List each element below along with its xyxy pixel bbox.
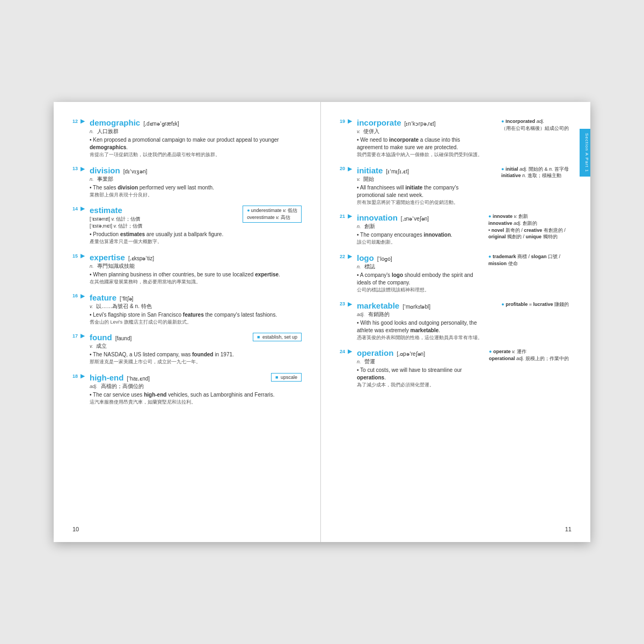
def-innovation: 創新 bbox=[364, 223, 375, 230]
entry-number-19: 19 bbox=[340, 119, 345, 124]
pos-found: v. bbox=[90, 343, 93, 349]
pos-incorporate: v. bbox=[357, 129, 360, 134]
entry-high-end: 18 ▶ high-end [ˈhaɪˌɛnd] adj. 高檔的；高價位的 •… bbox=[72, 373, 302, 406]
example-en-operation: • To cut costs, we will have to streamli… bbox=[357, 367, 486, 382]
def-marketable: 有銷路的 bbox=[368, 311, 390, 318]
entry-number-17: 17 bbox=[72, 333, 78, 339]
example-en-demographic: • Ken proposed a promotional campaign to… bbox=[90, 136, 302, 151]
phonetic-feature: [ˈfitʃə] bbox=[120, 296, 133, 302]
example-en-estimate: • Production estimates are usually just … bbox=[90, 231, 302, 238]
example-en-innovation: • The company encourages innovation. bbox=[357, 231, 486, 239]
def-incorporate: 使併入 bbox=[363, 128, 379, 135]
phonetic-division: [dɪˈvɪʒən] bbox=[123, 169, 148, 174]
arrow-23: ▶ bbox=[348, 301, 352, 307]
entry-number-24: 24 bbox=[340, 349, 345, 354]
example-zh-logo: 公司的標誌該體現該精神和理想。 bbox=[357, 287, 486, 294]
pos-logo: n. bbox=[357, 264, 361, 269]
headword-initiate: initiate bbox=[357, 166, 383, 175]
page-number-right: 11 bbox=[565, 526, 572, 532]
pos-division: n. bbox=[90, 177, 94, 182]
note-estimate: ●underestimate v. 低估overestimate v. 高估 bbox=[243, 206, 302, 223]
entry-innovation: 21 ▶ innovation [ˌɪnəˈveʃən] n. 創新 • The… bbox=[340, 213, 569, 246]
example-zh-operation: 為了減少成本，我們必須簡化營運。 bbox=[357, 382, 486, 389]
entry-number-23: 23 bbox=[340, 301, 345, 306]
headword-demographic: demographic bbox=[90, 118, 140, 127]
page-left: 12 ▶ demographic [ˌdɛməˈɡræfɪk] n. 人口族群 … bbox=[54, 102, 321, 542]
example-zh-demographic: 肯提出了一項促銷活動，以使我們的產品吸引較年輕的族群。 bbox=[90, 152, 302, 158]
arrow-24: ▶ bbox=[348, 348, 352, 354]
example-en-feature: • Levi's flagship store in San Francisco… bbox=[90, 311, 302, 319]
arrow-15: ▶ bbox=[80, 253, 85, 259]
note-found: ■ establish, set up bbox=[253, 333, 302, 341]
pos-feature: v. bbox=[90, 304, 93, 309]
headword-estimate: estimate bbox=[90, 206, 122, 215]
phonetic-incorporate: [ɪnˈkɔrpəˌrɛt] bbox=[405, 121, 436, 127]
entry-feature: 16 ▶ feature [ˈfitʃə] v. 以……為號召 & n. 特色 … bbox=[72, 293, 302, 326]
headword-feature: feature bbox=[90, 293, 116, 302]
headword-logo: logo bbox=[357, 253, 374, 262]
example-en-found: • The NASDAQ, a US listed company, was f… bbox=[90, 351, 302, 358]
phonetic-high-end: [ˈhaɪˌɛnd] bbox=[127, 376, 150, 382]
arrow-19: ▶ bbox=[348, 118, 352, 124]
example-en-incorporate: • We need to incorporate a clause into t… bbox=[357, 136, 486, 151]
arrow-12: ▶ bbox=[80, 118, 85, 124]
entry-division: 13 ▶ division [dɪˈvɪʒən] n. 事業部 • The sa… bbox=[72, 166, 302, 199]
phonetic-expertise: [ˌɛkspəˈtiz] bbox=[128, 255, 154, 261]
headword-found: found bbox=[90, 333, 112, 342]
entry-incorporate: 19 ▶ incorporate [ɪnˈkɔrpəˌrɛt] v. 使併入 •… bbox=[340, 118, 569, 158]
headword-division: division bbox=[90, 166, 120, 175]
headword-innovation: innovation bbox=[357, 213, 398, 222]
arrow-18: ▶ bbox=[80, 373, 85, 379]
entry-number-22: 22 bbox=[340, 254, 345, 259]
example-zh-incorporate: 我們需要在本協議中納入一個條款，以確保我們受到保護。 bbox=[357, 152, 486, 158]
def-division: 事業部 bbox=[97, 175, 113, 183]
page-right: Section A Part 1 19 ▶ incorporate [ɪnˈkɔ… bbox=[321, 102, 590, 542]
def-operation: 營運 bbox=[364, 358, 375, 365]
example-zh-innovation: 該公司鼓勵創新。 bbox=[357, 239, 486, 246]
entry-initiate: 20 ▶ initiate [ɪˈmɪʃɪˌɛt] v. 開始 • All fr… bbox=[340, 166, 569, 206]
entry-number-14: 14 bbox=[72, 206, 78, 211]
note-innovation: ● innovate v. 創新innovative adj. 創新的• nov… bbox=[488, 213, 569, 240]
pos-operation: n. bbox=[357, 359, 361, 364]
arrow-20: ▶ bbox=[348, 166, 352, 172]
headword-incorporate: incorporate bbox=[357, 118, 401, 127]
note-logo: ● trademark 商標 / slogan 口號 / mission 使命 bbox=[488, 253, 569, 267]
example-en-high-end: • The car service uses high-end vehicles… bbox=[90, 391, 302, 399]
entry-number-12: 12 bbox=[72, 119, 78, 124]
entry-number-18: 18 bbox=[72, 374, 78, 379]
section-tab: Section A Part 1 bbox=[580, 129, 590, 177]
arrow-17: ▶ bbox=[80, 333, 85, 339]
phonetic-operation: [ˌɑpəˈreʃən] bbox=[397, 351, 425, 357]
example-en-logo: • A company's logo should embody the spi… bbox=[357, 272, 486, 287]
pos-high-end: adj. bbox=[90, 384, 98, 389]
note-incorporate: ● Incorporated adj.（用在公司名稱後）組成公司的 bbox=[501, 118, 569, 131]
pos-innovation: n. bbox=[357, 224, 361, 229]
phonetic-innovation: [ˌɪnəˈveʃən] bbox=[401, 216, 429, 222]
entry-demographic: 12 ▶ demographic [ˌdɛməˈɡræfɪk] n. 人口族群 … bbox=[72, 118, 302, 158]
phonetic-initiate: [ɪˈmɪʃɪˌɛt] bbox=[386, 169, 409, 174]
arrow-16: ▶ bbox=[80, 293, 85, 299]
example-zh-expertise: 在其他國家發展業務時，務必要用當地的專業知識。 bbox=[90, 279, 302, 286]
phonetic-found: [faund] bbox=[115, 335, 132, 341]
note-marketable: ● profitable = lucrative 賺錢的 bbox=[501, 301, 569, 308]
book-spread: 12 ▶ demographic [ˌdɛməˈɡræfɪk] n. 人口族群 … bbox=[54, 102, 590, 542]
pos-expertise: n. bbox=[90, 264, 94, 269]
arrow-21: ▶ bbox=[348, 213, 352, 219]
example-en-marketable: • With his good looks and outgoing perso… bbox=[357, 319, 486, 334]
phonetic-marketable: [ˈmɑrkɪtəbl] bbox=[402, 304, 430, 310]
def-demographic: 人口族群 bbox=[97, 128, 119, 135]
example-en-expertise: • When planning business in other countr… bbox=[90, 271, 302, 279]
arrow-14: ▶ bbox=[80, 206, 85, 211]
note-initiate: ● initial adj. 開始的 & n. 首字母initiative n.… bbox=[501, 166, 569, 179]
example-zh-estimate: 產量估算通常只是一個大概數字。 bbox=[90, 239, 302, 245]
example-en-initiate: • All franchisees will initiate the comp… bbox=[357, 184, 486, 199]
def-high-end: 高檔的；高價位的 bbox=[101, 383, 144, 390]
headword-expertise: expertise bbox=[90, 253, 125, 262]
headword-marketable: marketable bbox=[357, 301, 399, 310]
entry-expertise: 15 ▶ expertise [ˌɛkspəˈtiz] n. 專門知識或技能 •… bbox=[72, 253, 302, 286]
entry-number-13: 13 bbox=[72, 166, 78, 171]
headword-high-end: high-end bbox=[90, 373, 123, 382]
entry-found: 17 ▶ found [faund] v. 成立 • The NASDAQ, a… bbox=[72, 333, 302, 365]
arrow-22: ▶ bbox=[348, 253, 352, 259]
def-expertise: 專門知識或技能 bbox=[97, 262, 135, 270]
